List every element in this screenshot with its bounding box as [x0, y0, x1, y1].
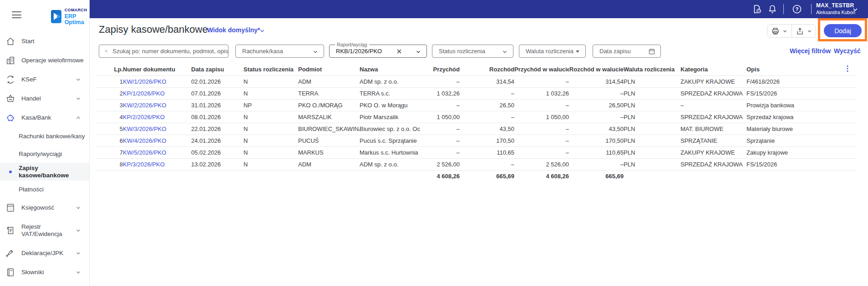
document-link[interactable]: KW/3/2026/PKO [123, 125, 166, 132]
col-header-opis[interactable]: Opis [746, 63, 844, 75]
raport-wyciag-select[interactable]: Raport/wyciąg RKB/1/2026/PKO [329, 45, 427, 58]
more-filters-link[interactable]: Więcej filtrów [790, 47, 831, 55]
chevron-up-icon [76, 115, 81, 120]
sidebar-item-label: Start [21, 38, 35, 45]
sidebar-item-operacje-wielofirmowe[interactable]: Operacje wielofirmowe [0, 51, 89, 70]
status-rozliczenia-select[interactable]: Status rozliczenia [432, 45, 513, 58]
col-header-nazwa[interactable]: Nazwa [360, 63, 428, 75]
sidebar-item-deklaracje-jpk[interactable]: Deklaracje/JPK [0, 244, 89, 263]
sidebar-item-s-owniki[interactable]: Słowniki [0, 263, 89, 282]
help-icon[interactable]: ? [792, 4, 802, 14]
user-menu[interactable]: MAX_TESTBR Aleksandra Kuboń [816, 2, 855, 15]
sidebar-item-label: KSeF [21, 76, 37, 83]
col-header-status-rozliczenia[interactable]: Status rozliczenia [244, 63, 298, 75]
view-chevron-down-icon [259, 28, 265, 34]
toolbar-group [767, 24, 816, 38]
topbar-separator [783, 4, 784, 14]
sidebar-item-label: Handel [21, 95, 41, 102]
table-row[interactable]: 7KW/5/2026/PKO05.02.2026NMARKUSMarkus s.… [96, 146, 857, 158]
table-row[interactable]: 3KW/2/2026/PKO31.01.2026NPPKO O./MORĄGPK… [96, 99, 857, 111]
bell-icon[interactable] [767, 4, 777, 14]
logo-company: COMARCH [65, 8, 90, 12]
data-zapisu-label: Data zapisu [599, 48, 631, 55]
document-link[interactable]: KW/5/2026/PKO [123, 149, 166, 156]
col-header-przych-d-w-walucie[interactable]: Przychód w walucie [514, 63, 569, 75]
sync-icon [5, 75, 15, 85]
chevron-down-icon [76, 228, 81, 233]
sidebar-item-p-atno-ci[interactable]: Płatności [0, 181, 89, 198]
chevron-down-icon [76, 77, 81, 82]
document-link[interactable]: KP/3/2026/PKO [123, 161, 165, 168]
col-header-waluta-rozliczenia[interactable]: Waluta rozliczenia [624, 63, 680, 75]
table-row[interactable]: 8KP/3/2026/PKO13.02.2026NADMADM sp. z o.… [96, 158, 857, 170]
register-icon [5, 226, 15, 236]
sidebar-item-zapisy-kasowe-bankowe[interactable]: Zapisy kasowe/bankowe [0, 163, 89, 181]
rachunek-kasa-select[interactable]: Rachunek/kasa [235, 45, 324, 58]
view-selector-link[interactable]: Widok domyślny* [207, 26, 260, 34]
comarch-logo: COMARCH ERP Optima [51, 8, 90, 25]
data-zapisu-input[interactable]: Data zapisu [593, 45, 661, 58]
table-row[interactable]: 2KP/1/2026/PKO07.01.2026NTERRATERRA s.c.… [96, 87, 857, 99]
document-clock-icon[interactable] [752, 4, 762, 14]
column-menu-icon[interactable] [844, 65, 851, 72]
table-row[interactable]: 5KW/3/2026/PKO22.01.2026NBIUROWIEC_SKAWI… [96, 123, 857, 135]
raport-wyciag-label: Raport/wyciąg [335, 42, 369, 47]
col-header-przych-d[interactable]: Przychód [428, 63, 460, 75]
sidebar-item-ksef[interactable]: KSeF [0, 70, 89, 89]
calculator-icon [5, 203, 15, 213]
col-header-rozch-d[interactable]: Rozchód [460, 63, 514, 75]
status-chevron-down-icon [502, 49, 508, 55]
raport-chevron-down-icon [416, 49, 421, 55]
col-header-kategoria[interactable]: Kategoria [680, 63, 746, 75]
sidebar-nav: StartOperacje wielofirmoweKSeFHandelKasa… [0, 32, 89, 282]
basket-icon [5, 94, 15, 104]
export-button[interactable] [792, 25, 816, 37]
sidebar-item-label: Operacje wielofirmowe [21, 57, 84, 64]
sidebar-item-label: Księgowość [21, 204, 54, 211]
search-input[interactable]: Szukaj po: numer dokumentu, podmiot, opi… [99, 45, 228, 58]
print-button[interactable] [767, 25, 792, 37]
svg-text:?: ? [796, 6, 799, 12]
add-button[interactable]: Dodaj [824, 24, 862, 37]
sidebar-item-label: Zapisy kasowe/bankowe [19, 165, 89, 179]
clear-raport-icon[interactable] [396, 48, 402, 55]
topbar [90, 0, 868, 18]
col-header-rozch-d-w-walucie[interactable]: Rozchód w walucie [569, 63, 624, 75]
table-row[interactable]: 4KP/2/2026/PKO08.01.2026NMARSZALIKPiotr … [96, 111, 857, 123]
waluta-label: Waluta rozliczenia [526, 48, 574, 55]
clear-filters-link[interactable]: Wyczyść [834, 47, 861, 55]
col-header-data-zapisu[interactable]: Data zapisu [191, 63, 244, 75]
page-title: Zapisy kasowe/bankowe [99, 24, 208, 35]
sidebar-item-ksi-gowo-[interactable]: Księgowość [0, 198, 89, 217]
sidebar-item-label: RejestrVAT/Ewidencja [21, 223, 62, 237]
document-link[interactable]: KW/4/2026/PKO [123, 137, 166, 144]
chevron-down-icon [76, 96, 81, 101]
document-link[interactable]: KW/1/2026/PKO [123, 78, 166, 85]
table-row[interactable]: 1KW/1/2026/PKO02.01.2026NADMADM sp. z o.… [96, 75, 857, 87]
sidebar-item-raporty-wyci-gi[interactable]: Raporty/wyciągi [0, 145, 89, 163]
data-grid: Lp.Numer dokumentuData zapisuStatus rozl… [96, 63, 857, 182]
col-header-podmiot[interactable]: Podmiot [298, 63, 360, 75]
col-header-lp-[interactable]: Lp. [96, 63, 123, 75]
sidebar-item-kasa-bank[interactable]: Kasa/Bank [0, 108, 89, 127]
sidebar-item-start[interactable]: Start [0, 32, 89, 51]
sidebar-item-rachunki-bankowe-kasy[interactable]: Rachunki bankowe/kasy [0, 127, 89, 145]
document-link[interactable]: KW/2/2026/PKO [123, 102, 166, 109]
rachunek-kasa-label: Rachunek/kasa [242, 48, 283, 55]
waluta-rozliczenia-select[interactable]: Waluta rozliczenia [519, 45, 586, 58]
sidebar-item-handel[interactable]: Handel [0, 89, 89, 108]
hamburger-menu-icon[interactable] [12, 11, 21, 18]
buildings-icon [5, 55, 15, 65]
print-chevron-down-icon [782, 29, 787, 34]
search-icon [105, 47, 108, 55]
col-header-numer-dokumentu[interactable]: Numer dokumentu [123, 63, 191, 75]
chevron-down-icon [76, 270, 81, 275]
document-link[interactable]: KP/1/2026/PKO [123, 90, 165, 97]
sidebar-item-rejestr-vat-ewidencja[interactable]: RejestrVAT/Ewidencja [0, 217, 89, 244]
sidebar-item-label: Płatności [19, 186, 44, 193]
document-link[interactable]: KP/2/2026/PKO [123, 114, 165, 120]
sidebar: COMARCH ERP Optima StartOperacje wielofi… [0, 0, 90, 286]
pen-icon [5, 248, 15, 258]
table-row[interactable]: 6KW/4/2026/PKO24.01.2026NPUCUŚPucuś s.c.… [96, 135, 857, 146]
home-icon [5, 36, 15, 46]
